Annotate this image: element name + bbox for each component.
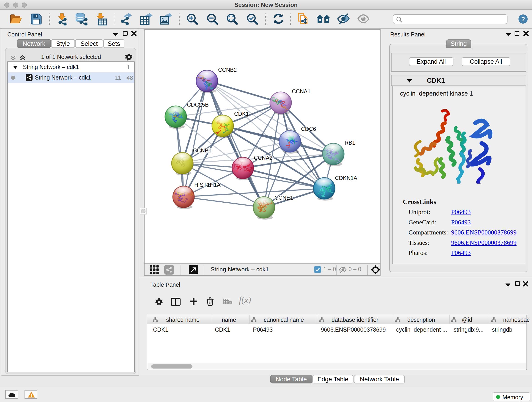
svg-text:CCNA1: CCNA1 [292, 88, 310, 95]
svg-text:CCNE1: CCNE1 [274, 195, 293, 201]
svg-text:RB1: RB1 [345, 140, 355, 146]
svg-text:CDC25B: CDC25B [187, 102, 209, 108]
svg-text:CCNB1: CCNB1 [193, 147, 211, 153]
svg-text:HIST1H1A: HIST1H1A [194, 182, 221, 188]
svg-text:?: ? [521, 16, 525, 23]
svg-text:CDKN1A: CDKN1A [335, 175, 357, 181]
svg-text:CDK1: CDK1 [234, 111, 249, 117]
svg-text:CDC6: CDC6 [301, 126, 316, 132]
svg-text:CCNB2: CCNB2 [218, 67, 237, 73]
svg-text:CCNA2: CCNA2 [254, 155, 272, 161]
